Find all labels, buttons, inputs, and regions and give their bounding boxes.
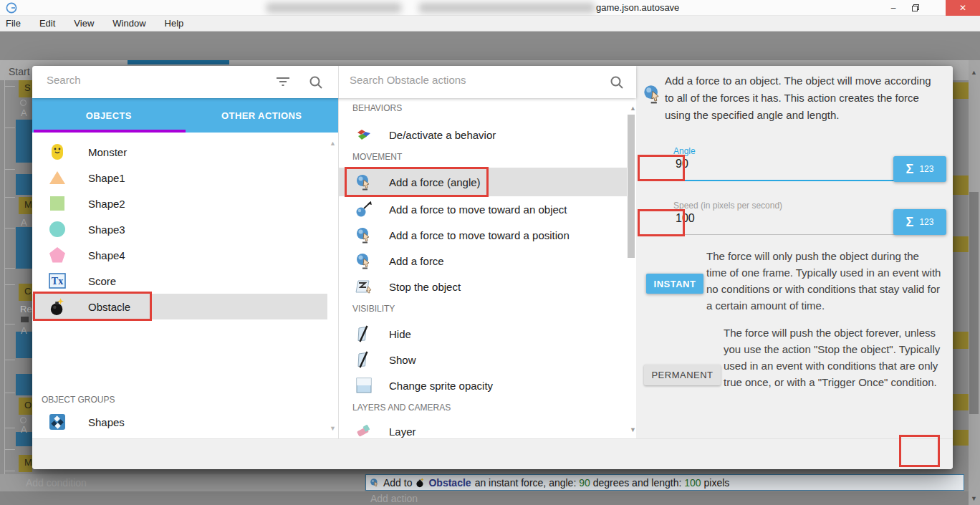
sigma-icon: Σ [906, 215, 914, 230]
dialog-footer: ? HELP FOR THIS ACTION CANCEL OK [32, 438, 953, 469]
filter-icon[interactable] [276, 76, 290, 87]
pentagon-icon [48, 246, 67, 264]
action-item-change-opacity[interactable]: Change sprite opacity [338, 372, 627, 398]
comment-event: M [19, 455, 32, 472]
scroll-down-arrow[interactable] [330, 425, 336, 432]
force-icon [643, 84, 663, 104]
action-item-force-toward-position[interactable]: Add a force to move toward a position [338, 222, 627, 248]
numbers-label: 123 [919, 164, 933, 174]
group-item-shapes[interactable]: Shapes [32, 409, 327, 435]
action-label: De/activate a behavior [389, 129, 496, 141]
event-bottom-strip: Add action [0, 491, 969, 505]
menu-edit[interactable]: Edit [39, 18, 55, 29]
minimize-button[interactable]: – [883, 0, 904, 16]
search-icon[interactable] [309, 75, 323, 90]
speed-expression-button[interactable]: Σ 123 [893, 209, 946, 235]
event-tree-tick [4, 393, 15, 393]
menu-window[interactable]: Window [112, 18, 145, 29]
object-label: Shape1 [88, 172, 125, 184]
menu-file[interactable]: File [6, 18, 21, 29]
event-tree-tick [4, 428, 15, 428]
selected-action-row[interactable]: Add to Obstacle an instant force, angle:… [365, 474, 964, 491]
instant-button[interactable]: INSTANT [646, 274, 703, 294]
action-parameters-panel: Add a force to an object. The object wil… [636, 66, 953, 438]
comment-event: C [19, 284, 32, 301]
action-label: Add a force to move toward a position [389, 229, 570, 241]
comment-event [953, 82, 969, 99]
object-item-shape3[interactable]: Shape3 [32, 216, 327, 242]
text-object-icon: Tx [48, 271, 67, 290]
action-item-show[interactable]: Show [338, 347, 627, 372]
stop-object-icon [355, 277, 373, 296]
add-placeholder: A [21, 424, 27, 435]
visibility-header: VISIBILITY [352, 304, 395, 314]
tab-other-actions[interactable]: OTHER ACTIONS [186, 98, 339, 133]
text-icon-glyph: Tx [52, 276, 63, 287]
comment-letter: M [24, 199, 32, 210]
action-text: pixels [701, 477, 730, 489]
comment-event [953, 175, 969, 195]
scroll-down-arrow[interactable] [971, 495, 978, 502]
action-editor-dialog: OBJECTS OTHER ACTIONS Monster Shape1 Sha… [32, 66, 953, 469]
actions-search-input[interactable] [350, 74, 586, 86]
action-label: Show [389, 354, 416, 366]
speed-input[interactable] [676, 212, 762, 225]
force-icon [370, 478, 380, 488]
tab-objects[interactable]: OBJECTS [32, 98, 186, 133]
scroll-down-arrow[interactable] [630, 426, 636, 433]
action-item-hide[interactable]: Hide [338, 321, 627, 347]
action-item-stop-object[interactable]: Stop the object [338, 274, 627, 299]
comment-event: M [19, 197, 32, 214]
action-description: Add a force to an object. The object wil… [665, 72, 940, 124]
annotation-box-obstacle [33, 292, 152, 321]
behavior-icon [355, 125, 373, 144]
monster-icon [48, 143, 67, 161]
object-item-monster[interactable]: Monster [32, 139, 327, 165]
event-tree-tick [4, 197, 15, 198]
object-item-score[interactable]: Tx Score [32, 268, 327, 294]
objects-search-input[interactable] [47, 74, 261, 86]
search-divider [338, 66, 339, 98]
menu-help[interactable]: Help [165, 18, 184, 29]
timer-icon [20, 100, 27, 106]
close-button[interactable]: ✕ [946, 0, 980, 16]
tab-scene-start[interactable]: Start [9, 66, 30, 77]
event-indent-bar [16, 174, 32, 195]
search-icon[interactable] [610, 75, 624, 90]
active-tab-indicator [128, 60, 229, 64]
action-item-deactivate-behavior[interactable]: De/activate a behavior [338, 122, 627, 148]
numbers-label: 123 [919, 217, 933, 227]
angle-input[interactable] [676, 158, 762, 170]
scrollbar-thumb[interactable] [628, 115, 635, 258]
layers-cameras-header: LAYERS AND CAMERAS [352, 403, 451, 413]
object-label: Score [88, 275, 116, 287]
menu-view[interactable]: View [74, 18, 94, 29]
action-length-value: 100 [684, 477, 701, 489]
events-scrollbar[interactable] [969, 60, 980, 505]
timer-icon [20, 417, 27, 423]
angle-expression-button[interactable]: Σ 123 [893, 156, 946, 182]
scroll-up-arrow[interactable] [330, 140, 336, 147]
object-item-shape2[interactable]: Shape2 [32, 191, 327, 216]
gdevelop-window: game.json.autosave – ✕ File Edit View Wi… [0, 0, 980, 505]
speed-field-underline [672, 234, 921, 235]
main-toolbar [0, 32, 980, 60]
permanent-button[interactable]: PERMANENT [644, 365, 721, 385]
action-item-force-toward-object[interactable]: Add a force to move toward an object [338, 196, 627, 222]
scroll-up-arrow[interactable] [971, 69, 978, 76]
action-item-add-force[interactable]: Add a force [338, 248, 627, 274]
add-condition-placeholder[interactable]: Add condition [26, 477, 87, 489]
event-tree-tick [4, 128, 15, 128]
object-item-shape4[interactable]: Shape4 [32, 242, 327, 268]
scrollbar-thumb[interactable] [969, 192, 979, 414]
add-action-placeholder[interactable]: Add action [370, 493, 418, 504]
comment-event [953, 430, 969, 446]
circle-icon [48, 220, 67, 239]
force-icon [355, 251, 373, 270]
maximize-button[interactable] [904, 0, 927, 16]
action-label: Hide [389, 328, 411, 340]
object-item-shape1[interactable]: Shape1 [32, 165, 327, 191]
event-tree-tick [4, 471, 15, 471]
menu-bar: File Edit View Window Help [0, 16, 980, 32]
scroll-up-arrow[interactable] [630, 105, 636, 112]
